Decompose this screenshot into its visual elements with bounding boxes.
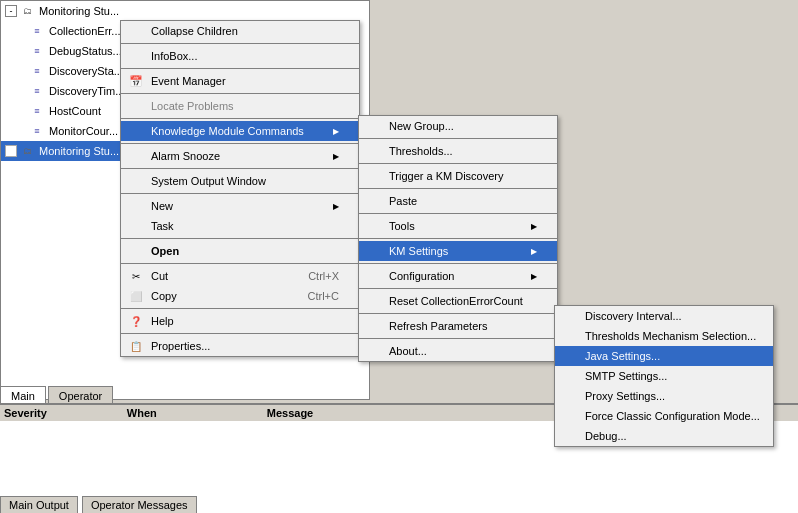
menu-collapse-children[interactable]: Collapse Children [121, 21, 359, 41]
menu-copy[interactable]: ⬜ Copy Ctrl+C [121, 286, 359, 306]
tree-item-label: DebugStatus... [49, 45, 122, 57]
menu-alarm-snooze[interactable]: Alarm Snooze ▶ [121, 146, 359, 166]
submenu-kms-smtp-settings[interactable]: SMTP Settings... [555, 366, 773, 386]
submenu-km-commands: New Group... Thresholds... Trigger a KM … [358, 115, 558, 362]
menu-cut[interactable]: ✂ Cut Ctrl+X [121, 266, 359, 286]
submenu-km-settings[interactable]: KM Settings ▶ [359, 241, 557, 261]
tree-item-label: Monitoring Stu... [39, 145, 119, 157]
submenu-arrow-icon: ▶ [531, 222, 537, 231]
submenu-arrow-icon: ▶ [531, 247, 537, 256]
tab-main-output[interactable]: Main Output [0, 496, 78, 513]
menu-new[interactable]: New ▶ [121, 196, 359, 216]
tree-item-label: CollectionErr... [49, 25, 121, 37]
help-icon: ❓ [125, 316, 147, 327]
severity-col-header: Severity [4, 407, 47, 419]
scissors-icon: ✂ [125, 271, 147, 282]
submenu-arrow-icon: ▶ [333, 202, 339, 211]
tree-expand-icon[interactable]: - [5, 5, 17, 17]
submenu-kms-proxy-settings[interactable]: Proxy Settings... [555, 386, 773, 406]
menu-separator [121, 333, 359, 334]
menu-separator [121, 238, 359, 239]
submenu-km-settings-menu: Discovery Interval... Thresholds Mechani… [554, 305, 774, 447]
copy-icon: ⬜ [125, 291, 147, 302]
menu-task[interactable]: Task [121, 216, 359, 236]
tree-file-icon: ≡ [29, 103, 45, 119]
tree-expand-icon[interactable]: + [5, 145, 17, 157]
menu-separator [121, 263, 359, 264]
submenu-kms-force-classic[interactable]: Force Classic Configuration Mode... [555, 406, 773, 426]
menu-separator [359, 213, 557, 214]
submenu-kms-debug[interactable]: Debug... [555, 426, 773, 446]
menu-knowledge-module[interactable]: Knowledge Module Commands ▶ [121, 121, 359, 141]
submenu-km-refresh-params[interactable]: Refresh Parameters [359, 316, 557, 336]
tree-folder-icon: 🗂 [19, 3, 35, 19]
submenu-kms-discovery-interval[interactable]: Discovery Interval... [555, 306, 773, 326]
menu-separator [359, 188, 557, 189]
menu-separator [359, 163, 557, 164]
menu-infobox[interactable]: InfoBox... [121, 46, 359, 66]
context-menu: Collapse Children InfoBox... 📅 Event Man… [120, 20, 360, 357]
menu-separator [121, 308, 359, 309]
submenu-km-reset-collection[interactable]: Reset CollectionErrorCount [359, 291, 557, 311]
submenu-arrow-icon: ▶ [333, 127, 339, 136]
tree-item-label: HostCount [49, 105, 101, 117]
menu-separator [121, 118, 359, 119]
bottom-output-tabs: Main Output Operator Messages [0, 496, 199, 513]
submenu-km-paste[interactable]: Paste [359, 191, 557, 211]
submenu-km-thresholds[interactable]: Thresholds... [359, 141, 557, 161]
menu-locate-problems: Locate Problems [121, 96, 359, 116]
tree-file-icon: ≡ [29, 23, 45, 39]
submenu-arrow-icon: ▶ [531, 272, 537, 281]
submenu-kms-thresholds-mechanism[interactable]: Thresholds Mechanism Selection... [555, 326, 773, 346]
menu-open[interactable]: Open [121, 241, 359, 261]
menu-separator [359, 238, 557, 239]
calendar-icon: 📅 [125, 75, 147, 88]
submenu-km-tools[interactable]: Tools ▶ [359, 216, 557, 236]
submenu-km-about[interactable]: About... [359, 341, 557, 361]
menu-separator [121, 143, 359, 144]
submenu-km-new-group[interactable]: New Group... [359, 116, 557, 136]
tab-operator-messages[interactable]: Operator Messages [82, 496, 197, 513]
submenu-kms-java-settings[interactable]: Java Settings... [555, 346, 773, 366]
tree-folder-icon: 🗂 [19, 143, 35, 159]
menu-separator [121, 193, 359, 194]
menu-separator [359, 138, 557, 139]
menu-event-manager[interactable]: 📅 Event Manager [121, 71, 359, 91]
tree-item-label: MonitorCour... [49, 125, 118, 137]
tree-file-icon: ≡ [29, 123, 45, 139]
when-col-header: When [127, 407, 157, 419]
tree-file-icon: ≡ [29, 43, 45, 59]
submenu-km-trigger-discovery[interactable]: Trigger a KM Discovery [359, 166, 557, 186]
tree-item-label: Monitoring Stu... [39, 5, 119, 17]
menu-system-output[interactable]: System Output Window [121, 171, 359, 191]
tree-file-icon: ≡ [29, 83, 45, 99]
menu-separator [359, 338, 557, 339]
menu-separator [359, 313, 557, 314]
tree-item-label: DiscoverySta... [49, 65, 123, 77]
menu-properties[interactable]: 📋 Properties... [121, 336, 359, 356]
tree-item-label: DiscoveryTim... [49, 85, 124, 97]
tree-item[interactable]: - 🗂 Monitoring Stu... [1, 1, 369, 21]
menu-help[interactable]: ❓ Help [121, 311, 359, 331]
menu-separator [121, 93, 359, 94]
menu-separator [121, 168, 359, 169]
tree-file-icon: ≡ [29, 63, 45, 79]
menu-separator [359, 288, 557, 289]
properties-icon: 📋 [125, 341, 147, 352]
submenu-arrow-icon: ▶ [333, 152, 339, 161]
menu-separator [121, 43, 359, 44]
menu-separator [121, 68, 359, 69]
message-col-header: Message [267, 407, 313, 419]
menu-separator [359, 263, 557, 264]
submenu-km-configuration[interactable]: Configuration ▶ [359, 266, 557, 286]
